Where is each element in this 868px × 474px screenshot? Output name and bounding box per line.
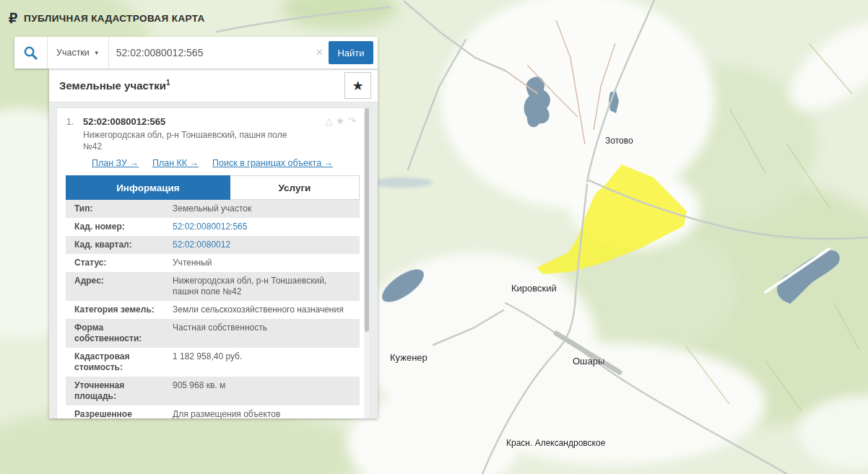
panel-header: Земельные участки1 ★ [49, 69, 378, 102]
row-value: Земельный участок [171, 200, 360, 218]
panel-title-text: Земельные участки [59, 79, 166, 92]
table-row: Статус: Учтенный [66, 254, 360, 272]
row-value: 1 182 958,40 руб. [171, 348, 360, 377]
table-row: Форма собственности: Частная собственнос… [66, 319, 360, 348]
table-row: Уточненная площадь: 905 968 кв. м [66, 377, 360, 405]
row-label: Тип: [66, 200, 171, 218]
row-label: Адрес: [66, 272, 171, 301]
row-value: Учтенный [171, 254, 360, 272]
row-label: Кад. квартал: [66, 236, 171, 254]
panel-scrollbar[interactable] [364, 108, 370, 418]
map-label-kuzhener: Куженер [390, 352, 428, 363]
faint-watermark [372, 177, 433, 188]
row-label: Кадастровая стоимость: [66, 348, 171, 377]
table-row: Кад. квартал: 52:02:0080012 [66, 236, 360, 254]
panel-title: Земельные участки1 [59, 79, 170, 92]
row-value: Нижегородская обл, р-н Тоншаевский, пашн… [171, 272, 360, 301]
table-row: Категория земель: Земли сельскохозяйстве… [66, 301, 360, 319]
row-value: Земли сельскохозяйственного назначения [171, 301, 360, 319]
row-label: Кад. номер: [66, 218, 171, 236]
row-label: Уточненная площадь: [66, 377, 171, 405]
map-label-zotovo: Зотово [605, 136, 633, 146]
result-cadastral-number: 52:02:0080012:565 [83, 116, 360, 127]
app-title: ПУБЛИЧНАЯ КАДАСТРОВАЯ КАРТА [24, 13, 205, 24]
app-logo-icon: ₽ [9, 12, 17, 25]
row-label: Статус: [66, 254, 171, 272]
search-category-label: Участки [56, 48, 90, 58]
app-header: ₽ ПУБЛИЧНАЯ КАДАСТРОВАЯ КАРТА [9, 7, 205, 29]
link-plan-kk[interactable]: План КК → [152, 158, 199, 168]
clear-icon[interactable]: × [311, 46, 329, 59]
row-label: Форма собственности: [66, 319, 171, 348]
tab-services[interactable]: Услуги [230, 175, 360, 200]
row-value-link[interactable]: 52:02:0080012 [171, 236, 360, 254]
link-search-in-bounds[interactable]: Поиск в границах объекта → [212, 158, 333, 168]
search-input[interactable] [109, 47, 311, 58]
star-icon: ★ [352, 79, 363, 92]
table-row: Кад. номер: 52:02:0080012:565 [66, 218, 360, 236]
row-label: Категория земель: [66, 301, 171, 319]
map-label-krasn-aleksandrovskoe: Красн. Александровское [506, 438, 605, 448]
link-plan-zu[interactable]: План ЗУ → [92, 158, 139, 168]
row-value: Частная собственность [171, 319, 360, 348]
tab-information[interactable]: Информация [66, 175, 230, 200]
tabs-row: Информация Услуги [66, 175, 360, 200]
result-links: План ЗУ → План КК → Поиск в границах объ… [92, 158, 360, 168]
table-row: Разрешенное использование: Для размещени… [66, 405, 360, 418]
result-action-icons[interactable]: △★↷ [325, 115, 360, 126]
row-value: 905 968 кв. м [171, 377, 360, 405]
info-table: Тип: Земельный участок Кад. номер: 52:02… [66, 200, 360, 418]
table-row: Тип: Земельный участок [66, 200, 360, 218]
table-row: Кадастровая стоимость: 1 182 958,40 руб. [66, 348, 360, 377]
result-address: Нижегородская обл, р-н Тоншаевский, пашн… [83, 129, 307, 152]
results-panel: Земельные участки1 ★ 1. 52:02:0080012:56… [49, 69, 378, 418]
search-submit-button[interactable]: Найти [329, 41, 373, 64]
panel-title-count: 1 [166, 79, 170, 87]
search-category-dropdown[interactable]: Участки ▼ [48, 37, 109, 69]
result-item[interactable]: 1. 52:02:0080012:565 △★↷ Нижегородская о… [57, 108, 370, 418]
row-value: Для размещения объектов сельскохозяйстве… [171, 405, 360, 418]
table-row: Адрес: Нижегородская обл, р-н Тоншаевски… [66, 272, 360, 301]
caret-down-icon: ▼ [94, 50, 100, 56]
favorites-button[interactable]: ★ [344, 72, 371, 99]
map-label-kirovskij: Кировский [511, 283, 557, 294]
result-index: 1. [66, 117, 74, 127]
map-label-oshary: Ошары [573, 356, 604, 367]
row-value-link[interactable]: 52:02:0080012:565 [171, 218, 360, 236]
row-label: Разрешенное использование: [66, 405, 171, 418]
result-card: 1. 52:02:0080012:565 △★↷ Нижегородская о… [56, 107, 370, 418]
search-icon [14, 37, 48, 69]
scrollbar-thumb[interactable] [365, 108, 369, 332]
search-bar: Участки ▼ × Найти [14, 37, 378, 69]
